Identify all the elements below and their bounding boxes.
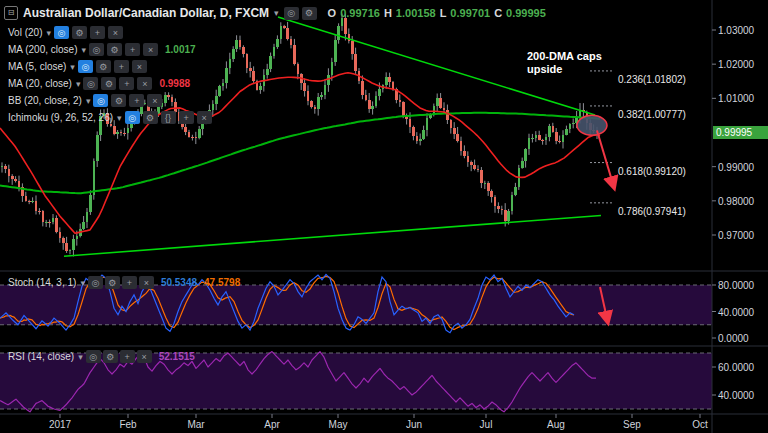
settings-icon[interactable]: ⚙: [107, 43, 122, 56]
eye-icon[interactable]: ◎: [284, 7, 299, 20]
time-axis-label: Sep: [623, 419, 641, 430]
candle-body: [470, 162, 473, 164]
eye-icon[interactable]: ◎: [125, 111, 140, 124]
symbol-title[interactable]: Australian Dollar/Canadian Dollar, D, FX…: [23, 6, 269, 20]
settings-icon[interactable]: ⚙: [103, 350, 118, 363]
candle-body: [327, 75, 330, 86]
settings-icon[interactable]: ⚙: [111, 94, 126, 107]
close-icon[interactable]: ×: [137, 77, 152, 90]
collapse-icon[interactable]: ⊟: [4, 6, 18, 20]
settings-icon[interactable]: ⚙: [101, 77, 116, 90]
eye-icon[interactable]: ◎: [93, 94, 108, 107]
add-icon[interactable]: +: [122, 276, 137, 289]
add-icon[interactable]: +: [129, 94, 144, 107]
close-icon[interactable]: ×: [108, 26, 123, 39]
settings-icon[interactable]: ⚙: [105, 276, 120, 289]
candle-body: [337, 26, 340, 40]
eye-icon[interactable]: ◎: [89, 43, 104, 56]
add-icon[interactable]: +: [125, 43, 140, 56]
eye-icon[interactable]: ◎: [86, 350, 101, 363]
candle-body: [422, 130, 425, 139]
candle-body: [317, 97, 320, 109]
down-arrow-annotation[interactable]: [597, 130, 613, 184]
settings-icon[interactable]: ⚙: [143, 111, 158, 124]
add-icon[interactable]: +: [179, 111, 194, 124]
candle-body: [286, 28, 289, 39]
candle-body: [55, 218, 58, 232]
eye-icon[interactable]: ◎: [88, 276, 103, 289]
candle-body: [507, 211, 510, 221]
indicator-label[interactable]: MA (20, close): [8, 78, 72, 89]
close-icon[interactable]: ×: [147, 94, 162, 107]
ascending-support[interactable]: [64, 216, 601, 257]
candle-body: [545, 137, 548, 140]
candle-body: [280, 26, 283, 39]
candle-body: [450, 120, 453, 128]
candle-body: [460, 141, 463, 151]
indicator-label[interactable]: BB (20, close, 2): [8, 95, 82, 106]
price-axis-label: 0.99000: [718, 162, 754, 173]
candle-body: [456, 134, 459, 141]
chevron-down-icon[interactable]: ▾: [86, 96, 91, 106]
time-axis-label: Mar: [187, 419, 204, 430]
candle-body: [497, 206, 500, 209]
chevron-down-icon[interactable]: ▾: [70, 62, 75, 72]
candle-body: [225, 68, 228, 83]
chevron-down-icon[interactable]: ▾: [117, 113, 122, 123]
high-value: 1.00158: [396, 7, 436, 19]
indicator-label[interactable]: Vol (20): [8, 27, 42, 38]
price-axis-label: 1.02000: [718, 59, 754, 70]
candle-body: [419, 139, 422, 142]
close-icon[interactable]: ×: [139, 276, 154, 289]
eye-icon[interactable]: ◎: [78, 60, 93, 73]
candle-body: [344, 18, 347, 34]
annotation-200dma[interactable]: 200-DMA caps upside: [527, 50, 602, 76]
candle-body: [504, 210, 507, 221]
annotation-line1: 200-DMA caps: [527, 50, 602, 63]
candle-body: [249, 68, 252, 71]
candle-body: [548, 126, 551, 136]
close-icon[interactable]: ×: [132, 60, 147, 73]
candle-body: [123, 133, 126, 134]
settings-icon[interactable]: ⚙: [72, 26, 87, 39]
candle-body: [494, 197, 497, 206]
candle-body: [514, 187, 517, 196]
chevron-down-icon[interactable]: ▾: [78, 352, 83, 362]
rsi-label[interactable]: RSI (14, close): [8, 351, 74, 362]
chevron-down-icon[interactable]: ▾: [80, 278, 85, 288]
add-icon[interactable]: +: [120, 350, 135, 363]
close-icon[interactable]: ×: [137, 350, 152, 363]
candle-body: [521, 161, 524, 167]
chevron-down-icon[interactable]: ▾: [46, 28, 51, 38]
candle-body: [463, 151, 466, 156]
chevron-down-icon[interactable]: ▾: [81, 45, 86, 55]
eye-icon[interactable]: ◎: [54, 26, 69, 39]
low-value: 0.99701: [450, 7, 490, 19]
braces-icon[interactable]: {}: [161, 111, 176, 124]
chevron-down-icon[interactable]: ▾: [274, 8, 279, 18]
settings-icon[interactable]: ⚙: [96, 60, 111, 73]
close-icon[interactable]: ×: [197, 111, 212, 124]
time-axis-label: Feb: [119, 419, 136, 430]
settings-icon[interactable]: ⚙: [302, 7, 317, 20]
candle-body: [232, 49, 235, 58]
close-icon[interactable]: ×: [143, 43, 158, 56]
candle-body: [42, 211, 45, 222]
add-icon[interactable]: +: [90, 26, 105, 39]
indicator-label[interactable]: Ichimoku (9, 26, 52, 26): [8, 112, 113, 123]
chevron-down-icon[interactable]: ▾: [76, 79, 81, 89]
stoch-axis-label: 40.0000: [718, 307, 754, 318]
candle-body: [375, 96, 378, 106]
ellipse-annotation[interactable]: [577, 115, 607, 135]
current-price-value: 0.99995: [716, 127, 752, 138]
indicator-label[interactable]: MA (5, close): [8, 61, 66, 72]
eye-icon[interactable]: ◎: [83, 77, 98, 90]
candle-body: [11, 176, 14, 178]
open-value: 0.99716: [340, 7, 380, 19]
add-icon[interactable]: +: [119, 77, 134, 90]
candle-body: [89, 195, 92, 213]
add-icon[interactable]: +: [114, 60, 129, 73]
price-axis-label: 1.03000: [718, 25, 754, 36]
indicator-label[interactable]: MA (200, close): [8, 44, 77, 55]
stoch-label[interactable]: Stoch (14, 3, 1): [8, 277, 76, 288]
